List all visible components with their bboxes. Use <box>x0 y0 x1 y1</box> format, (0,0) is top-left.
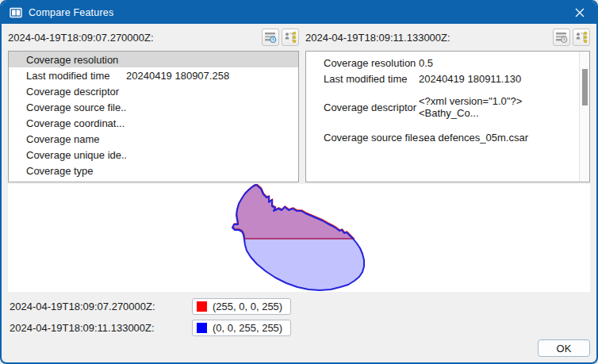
layers-clock-icon <box>264 31 277 44</box>
titlebar: Compare Features <box>2 2 596 24</box>
color-value: (255, 0, 0, 255) <box>213 301 282 312</box>
hierarchy-icon <box>575 31 588 44</box>
legend: 2024-04-19T18:09:07.270000Z: (255, 0, 0,… <box>2 298 596 336</box>
property-row[interactable]: Coverage descriptor <box>9 83 298 99</box>
hierarchy-icon <box>284 31 297 44</box>
legend-row: 2024-04-19T18:09:11.133000Z: (0, 0, 255,… <box>10 320 588 336</box>
left-show-tree-button[interactable] <box>282 29 299 46</box>
right-show-attributes-button[interactable] <box>553 29 570 46</box>
left-show-attributes-button[interactable] <box>262 29 279 46</box>
split-pane-icon <box>10 6 22 19</box>
property-row[interactable]: Coverage source file... sea defences_05m… <box>306 129 589 145</box>
property-row[interactable]: Coverage type <box>9 163 298 178</box>
property-row[interactable]: Coverage resolution <box>9 52 298 67</box>
close-button[interactable] <box>563 2 596 24</box>
scrollbar[interactable] <box>579 52 589 182</box>
feature2-polygon <box>232 185 364 290</box>
left-pane-timestamp: 2024-04-19T18:09:07.270000Z: <box>8 32 154 44</box>
right-pane-timestamp: 2024-04-19T18:09:11.133000Z: <box>305 32 450 44</box>
property-row[interactable]: Coverage unique ide... <box>9 147 298 163</box>
property-panels: Coverage resolution Last modified time 2… <box>2 51 596 182</box>
scrollbar-thumb[interactable] <box>582 69 588 105</box>
color-swatch <box>197 323 207 333</box>
legend-timestamp: 2024-04-19T18:09:11.133000Z: <box>10 322 192 334</box>
legend-row: 2024-04-19T18:09:07.270000Z: (255, 0, 0,… <box>10 298 588 315</box>
ok-button[interactable]: OK <box>538 339 590 357</box>
feature1-color-button[interactable]: (255, 0, 0, 255) <box>192 298 291 315</box>
left-property-list[interactable]: Coverage resolution Last modified time 2… <box>8 51 299 182</box>
color-swatch <box>197 301 207 312</box>
compare-features-dialog: Compare Features 2024-04-19T18:09:07.270… <box>0 0 598 364</box>
property-row[interactable]: Coverage coordinat... <box>9 115 298 131</box>
property-row[interactable]: Last modified time 20240419 180911.130 <box>306 71 589 86</box>
right-property-list[interactable]: Coverage resolution 0.5 Last modified ti… <box>305 51 590 182</box>
property-row[interactable]: Coverage name <box>9 131 298 147</box>
color-value: (0, 0, 255, 255) <box>213 322 282 334</box>
right-show-tree-button[interactable] <box>573 29 590 46</box>
layers-clock-icon <box>555 31 568 44</box>
footer: OK <box>538 339 590 357</box>
feature-geometry-preview <box>8 184 590 292</box>
property-row[interactable]: Coverage descriptor <?xml version="1.0"?… <box>306 90 589 124</box>
legend-timestamp: 2024-04-19T18:09:07.270000Z: <box>10 301 192 312</box>
pane-headers: 2024-04-19T18:09:07.270000Z: <box>2 24 596 51</box>
feature2-color-button[interactable]: (0, 0, 255, 255) <box>192 320 291 336</box>
property-row[interactable]: Last modified time 20240419 180907.258 <box>9 67 298 83</box>
property-row[interactable]: Coverage resolution 0.5 <box>306 55 589 71</box>
property-row[interactable]: Coverage source file... <box>9 99 298 115</box>
close-icon <box>575 8 585 17</box>
window-title: Compare Features <box>29 7 113 18</box>
